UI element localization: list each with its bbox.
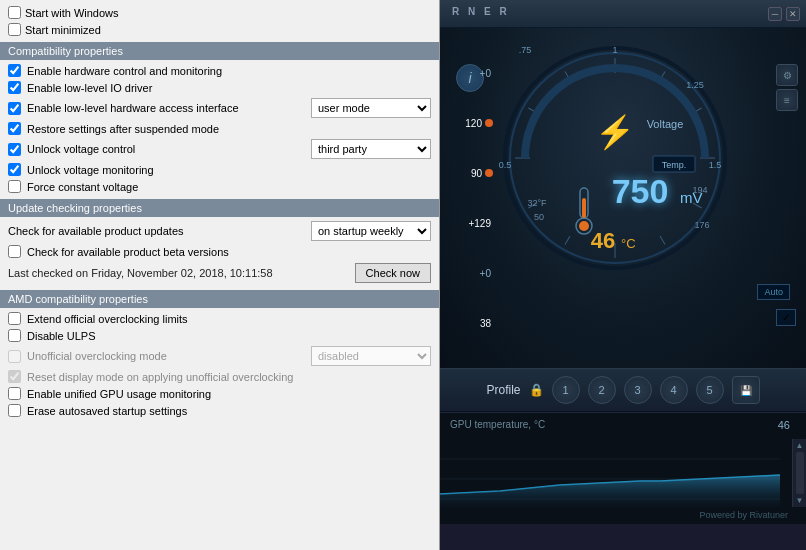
force-constant-row: Force constant voltage bbox=[0, 178, 439, 195]
svg-text:46: 46 bbox=[591, 228, 615, 253]
compatibility-section-header: Compatibility properties bbox=[0, 42, 439, 60]
reset-display-row: Reset display mode on applying unofficia… bbox=[0, 368, 439, 385]
profile-label: Profile bbox=[486, 383, 520, 397]
graph-label: GPU temperature, °C bbox=[450, 419, 545, 430]
low-level-io-row: Enable low-level IO driver bbox=[0, 79, 439, 96]
settings-panel: Start with Windows Start minimized Compa… bbox=[0, 0, 440, 550]
start-minimized-checkbox[interactable] bbox=[8, 23, 21, 36]
extend-oc-checkbox[interactable] bbox=[8, 312, 21, 325]
settings-btn-2[interactable]: ≡ bbox=[776, 89, 798, 111]
extend-oc-label[interactable]: Extend official overclocking limits bbox=[27, 313, 431, 325]
unlock-voltage-mon-checkbox[interactable] bbox=[8, 163, 21, 176]
profile-bar: Profile 🔒 1 2 3 4 5 💾 bbox=[440, 368, 806, 412]
unified-gpu-row: Enable unified GPU usage monitoring bbox=[0, 385, 439, 402]
powered-by-text: Powered by Rivatuner bbox=[699, 510, 788, 520]
low-level-hw-dropdown[interactable]: user mode kernel mode bbox=[311, 98, 431, 118]
erase-autosaved-checkbox[interactable] bbox=[8, 404, 21, 417]
erase-autosaved-label[interactable]: Erase autosaved startup settings bbox=[27, 405, 431, 417]
start-minimized-label[interactable]: Start minimized bbox=[25, 24, 101, 36]
low-level-hw-label[interactable]: Enable low-level hardware access interfa… bbox=[27, 102, 305, 114]
svg-text:1.25: 1.25 bbox=[686, 80, 704, 90]
unofficial-oc-checkbox[interactable] bbox=[8, 350, 21, 363]
svg-text:32°F: 32°F bbox=[527, 198, 547, 208]
low-level-io-label[interactable]: Enable low-level IO driver bbox=[27, 82, 431, 94]
reset-display-label: Reset display mode on applying unofficia… bbox=[27, 371, 431, 383]
unlock-voltage-row: Unlock voltage control third party first… bbox=[0, 137, 439, 161]
erase-autosaved-row: Erase autosaved startup settings bbox=[0, 402, 439, 419]
check-beta-label[interactable]: Check for available product beta version… bbox=[27, 246, 431, 258]
check-updates-dropdown[interactable]: on startup weekly on startup daily on st… bbox=[311, 221, 431, 241]
restore-settings-checkbox[interactable] bbox=[8, 122, 21, 135]
force-constant-label[interactable]: Force constant voltage bbox=[27, 181, 431, 193]
unlock-voltage-label[interactable]: Unlock voltage control bbox=[27, 143, 305, 155]
amd-section-header: AMD compatibility properties bbox=[0, 290, 439, 308]
voltage-gauge-svg: 1 1.25 1.5 .75 0.5 ⚡ Voltage 750 mV bbox=[495, 38, 735, 278]
reset-display-checkbox[interactable] bbox=[8, 370, 21, 383]
svg-line-9 bbox=[565, 236, 570, 245]
apply-button[interactable]: ✓ bbox=[776, 309, 796, 326]
disable-ulps-label[interactable]: Disable ULPS bbox=[27, 330, 431, 342]
ab-brand: R N E R bbox=[452, 6, 510, 17]
graph-value: 46 bbox=[778, 419, 790, 431]
svg-line-7 bbox=[660, 236, 665, 245]
hw-control-label[interactable]: Enable hardware control and monitoring bbox=[27, 65, 431, 77]
auto-button[interactable]: Auto bbox=[757, 284, 790, 300]
unofficial-oc-dropdown[interactable]: disabled enabled bbox=[311, 346, 431, 366]
check-now-button[interactable]: Check now bbox=[355, 263, 431, 283]
scroll-down-button[interactable]: ▼ bbox=[796, 496, 804, 505]
profile-btn-1[interactable]: 1 bbox=[552, 376, 580, 404]
check-beta-checkbox[interactable] bbox=[8, 245, 21, 258]
svg-rect-25 bbox=[582, 198, 586, 218]
indicator-2: 90 bbox=[444, 168, 495, 179]
scroll-up-button[interactable]: ▲ bbox=[796, 441, 804, 450]
start-with-windows-checkbox[interactable] bbox=[8, 6, 21, 19]
last-checked-text: Last checked on Friday, November 02, 201… bbox=[8, 267, 347, 279]
svg-text:50: 50 bbox=[534, 212, 544, 222]
restore-settings-label[interactable]: Restore settings after suspended mode bbox=[27, 123, 431, 135]
profile-btn-3[interactable]: 3 bbox=[624, 376, 652, 404]
profile-save-button[interactable]: 💾 bbox=[732, 376, 760, 404]
low-level-hw-row: Enable low-level hardware access interfa… bbox=[0, 96, 439, 120]
svg-text:1: 1 bbox=[612, 45, 617, 55]
hw-control-checkbox[interactable] bbox=[8, 64, 21, 77]
extend-oc-row: Extend official overclocking limits bbox=[0, 310, 439, 327]
check-updates-label: Check for available product updates bbox=[8, 225, 305, 237]
update-section-header: Update checking properties bbox=[0, 199, 439, 217]
unified-gpu-label[interactable]: Enable unified GPU usage monitoring bbox=[27, 388, 431, 400]
hw-control-row: Enable hardware control and monitoring bbox=[0, 62, 439, 79]
check-updates-row: Check for available product updates on s… bbox=[0, 219, 439, 243]
force-constant-checkbox[interactable] bbox=[8, 180, 21, 193]
profile-btn-4[interactable]: 4 bbox=[660, 376, 688, 404]
unified-gpu-checkbox[interactable] bbox=[8, 387, 21, 400]
disable-ulps-checkbox[interactable] bbox=[8, 329, 21, 342]
graph-area: GPU temperature, °C 46 Powered by Rivatu… bbox=[440, 412, 806, 524]
graph-scrollbar[interactable]: ▲ ▼ bbox=[792, 439, 806, 507]
afterburner-panel: R N E R ─ ✕ i +0 120 90 +129 +0 38 bbox=[440, 0, 806, 550]
settings-btn-1[interactable]: ⚙ bbox=[776, 64, 798, 86]
unlock-voltage-dropdown[interactable]: third party first party disabled bbox=[311, 139, 431, 159]
svg-text:0.5: 0.5 bbox=[499, 160, 512, 170]
svg-point-26 bbox=[579, 221, 589, 231]
svg-text:750: 750 bbox=[612, 172, 669, 210]
profile-lock-icon: 🔒 bbox=[529, 383, 544, 397]
profile-btn-2[interactable]: 2 bbox=[588, 376, 616, 404]
check-beta-row: Check for available product beta version… bbox=[0, 243, 439, 260]
indicator-5: 38 bbox=[444, 318, 495, 329]
svg-text:.75: .75 bbox=[519, 45, 532, 55]
svg-text:°C: °C bbox=[621, 236, 636, 251]
unlock-voltage-mon-label[interactable]: Unlock voltage monitoring bbox=[27, 164, 431, 176]
close-button[interactable]: ✕ bbox=[786, 7, 800, 21]
indicator-0: +0 bbox=[444, 68, 495, 79]
disable-ulps-row: Disable ULPS bbox=[0, 327, 439, 344]
low-level-io-checkbox[interactable] bbox=[8, 81, 21, 94]
indicator-4: +0 bbox=[444, 268, 495, 279]
start-with-windows-label[interactable]: Start with Windows bbox=[25, 7, 119, 19]
svg-text:Voltage: Voltage bbox=[647, 118, 684, 130]
indicator-1: 120 bbox=[444, 118, 495, 129]
minimize-button[interactable]: ─ bbox=[768, 7, 782, 21]
profile-btn-5[interactable]: 5 bbox=[696, 376, 724, 404]
unlock-voltage-checkbox[interactable] bbox=[8, 143, 21, 156]
low-level-hw-checkbox[interactable] bbox=[8, 102, 21, 115]
svg-text:⚡: ⚡ bbox=[595, 113, 635, 151]
temperature-graph bbox=[440, 439, 792, 507]
